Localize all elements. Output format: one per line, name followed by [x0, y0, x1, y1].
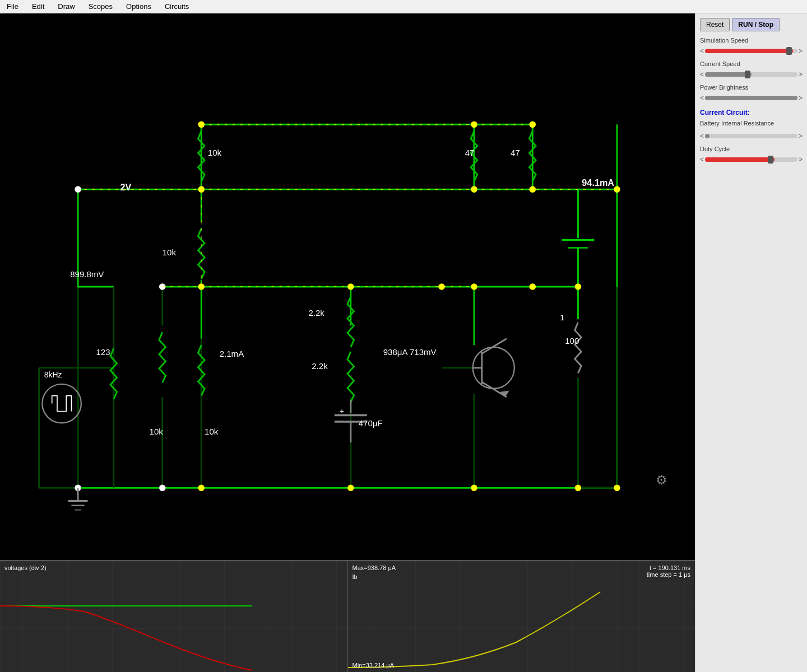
svg-text:47: 47 — [465, 148, 475, 157]
battery-track[interactable] — [705, 134, 797, 138]
circuit-area: + — [0, 13, 695, 672]
current-speed-left-arrow[interactable]: < — [700, 71, 704, 78]
right-panel: Reset RUN / Stop Simulation Speed < > Cu… — [695, 13, 807, 672]
scope-time-label: t = 190.131 ms time step = 1 μs — [647, 564, 690, 578]
sim-speed-left-arrow[interactable]: < — [700, 47, 704, 55]
svg-rect-102 — [0, 561, 347, 672]
reset-button[interactable]: Reset — [700, 18, 730, 31]
main-layout: + — [0, 13, 807, 672]
svg-point-57 — [471, 484, 477, 491]
sim-speed-track[interactable] — [705, 49, 797, 53]
battery-right-arrow[interactable]: > — [799, 132, 803, 140]
svg-text:47: 47 — [511, 148, 520, 157]
circuit-canvas[interactable]: + — [0, 13, 695, 560]
scope-panel: voltages (div 2) Max=938.78 μA Ib Min=33… — [0, 560, 695, 672]
svg-text:10k: 10k — [163, 248, 177, 257]
battery-resistance-slider-row: < > — [700, 132, 803, 140]
svg-point-56 — [347, 484, 354, 491]
svg-rect-104 — [348, 561, 695, 672]
power-brightness-slider-row: < > — [700, 94, 803, 102]
svg-text:10k: 10k — [208, 148, 222, 157]
menu-edit[interactable]: Edit — [30, 1, 47, 12]
svg-text:+: + — [340, 407, 344, 416]
current-speed-track[interactable] — [705, 72, 797, 77]
svg-text:2V: 2V — [120, 182, 131, 192]
battery-left-arrow[interactable]: < — [700, 132, 704, 140]
menu-file[interactable]: File — [4, 1, 21, 12]
run-stop-button[interactable]: RUN / Stop — [732, 18, 780, 31]
svg-point-58 — [575, 484, 582, 491]
svg-point-51 — [529, 283, 536, 290]
power-brightness-label: Power Brightness — [700, 84, 803, 91]
menu-scopes[interactable]: Scopes — [86, 1, 115, 12]
svg-text:10k: 10k — [205, 427, 219, 436]
duty-cycle-label: Duty Cycle — [700, 146, 803, 152]
svg-point-54 — [159, 484, 166, 491]
svg-text:94.1mA: 94.1mA — [582, 178, 614, 188]
svg-point-52 — [575, 283, 582, 290]
svg-text:899.8mV: 899.8mV — [70, 269, 104, 279]
current-speed-label: Current Speed — [700, 60, 803, 67]
menu-draw[interactable]: Draw — [55, 1, 77, 12]
circuit-name: Battery Internal Resistance — [700, 120, 803, 127]
svg-text:938μA 713mV: 938μA 713mV — [383, 347, 437, 357]
svg-text:10k: 10k — [150, 427, 164, 436]
svg-text:2.2k: 2.2k — [308, 308, 324, 318]
button-row: Reset RUN / Stop — [700, 18, 803, 31]
sim-speed-slider-row: < > — [700, 47, 803, 55]
sim-speed-label: Simulation Speed — [700, 37, 803, 44]
scope-left-label: voltages (div 2) — [4, 564, 47, 571]
svg-text:123: 123 — [96, 347, 110, 357]
sim-speed-fill — [705, 49, 793, 53]
svg-text:2.1mA: 2.1mA — [220, 349, 244, 358]
duty-cycle-thumb[interactable] — [768, 156, 773, 164]
duty-cycle-right-arrow[interactable]: > — [799, 156, 803, 164]
scope-max-label: Max=938.78 μA — [353, 564, 396, 571]
svg-point-59 — [614, 484, 620, 491]
current-speed-thumb[interactable] — [745, 71, 750, 78]
duty-cycle-slider-row: < > — [700, 156, 803, 164]
svg-text:8kHz: 8kHz — [44, 370, 62, 379]
sim-speed-thumb[interactable] — [786, 47, 792, 55]
sim-speed-right-arrow[interactable]: > — [799, 47, 803, 55]
svg-point-41 — [75, 186, 81, 193]
current-speed-slider-row: < > — [700, 71, 803, 78]
svg-text:⚙: ⚙ — [656, 473, 667, 487]
menu-circuits[interactable]: Circuits — [163, 1, 191, 12]
svg-text:470μF: 470μF — [359, 418, 383, 428]
power-brightness-fill — [705, 96, 797, 100]
current-speed-right-arrow[interactable]: > — [799, 71, 803, 78]
power-brightness-track[interactable] — [705, 96, 797, 100]
scope-left: voltages (div 2) — [0, 561, 348, 672]
svg-text:2.2k: 2.2k — [312, 361, 328, 371]
menu-bar: File Edit Draw Scopes Options Circuits — [0, 0, 807, 13]
battery-fill — [705, 134, 709, 138]
scope-sub-label: Ib — [353, 573, 358, 580]
menu-options[interactable]: Options — [124, 1, 154, 12]
power-brightness-left-arrow[interactable]: < — [700, 94, 704, 102]
svg-text:1: 1 — [560, 312, 564, 322]
duty-cycle-left-arrow[interactable]: < — [700, 156, 704, 164]
scope-right: Max=938.78 μA Ib Min=33.214 μA t = 190.1… — [348, 561, 695, 672]
scope-min-label: Min=33.214 μA — [353, 662, 395, 669]
duty-cycle-fill — [705, 157, 774, 162]
duty-cycle-track[interactable] — [705, 157, 797, 162]
svg-text:100: 100 — [565, 336, 579, 346]
power-brightness-right-arrow[interactable]: > — [799, 94, 803, 102]
svg-point-55 — [198, 484, 205, 491]
current-circuit-header: Current Circuit: — [700, 109, 803, 116]
